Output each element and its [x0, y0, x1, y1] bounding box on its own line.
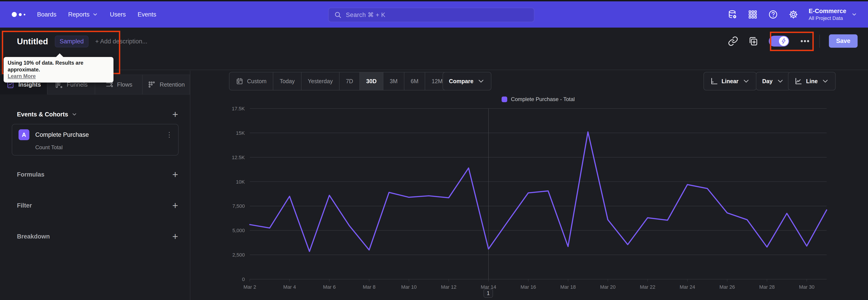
range-custom[interactable]: Custom [229, 72, 273, 90]
y-axis-tick-label: 7,500 [232, 203, 245, 209]
range-label: Yesterday [308, 78, 333, 85]
data-management-icon[interactable] [727, 9, 738, 20]
chevron-down-icon [776, 77, 784, 85]
chart-legend[interactable]: Complete Purchase - Total [250, 96, 827, 102]
x-axis-tick-label: Mar 8 [363, 284, 375, 290]
chevron-down-icon [477, 77, 485, 85]
tab-label: Flows [117, 81, 132, 88]
legend-swatch [502, 96, 507, 102]
x-axis-tick-label: Mar 2 [243, 284, 256, 290]
range-7d[interactable]: 7D [339, 72, 360, 90]
range-label: 6M [411, 78, 418, 85]
x-axis-tick-label: Mar 10 [401, 284, 416, 290]
copy-link-icon[interactable] [727, 36, 739, 47]
settings-gear-icon[interactable] [788, 9, 799, 20]
save-button[interactable]: Save [829, 34, 858, 48]
add-event-button[interactable]: + [172, 110, 178, 119]
range-3m[interactable]: 3M [383, 72, 404, 90]
x-axis-tick-label: Mar 18 [560, 284, 576, 290]
divider [819, 35, 820, 48]
project-name: E-Commerce [809, 7, 846, 15]
chart-pagination[interactable]: 1 [484, 289, 493, 298]
sampling-toggle[interactable] [769, 36, 789, 47]
interval-label: Day [762, 78, 773, 85]
events-cohorts-header[interactable]: Events & Cohorts [17, 111, 77, 118]
report-header: Untitled Sampled + Add description... [0, 28, 868, 70]
learn-more-link[interactable]: Learn More [8, 73, 36, 79]
mixpanel-logo-icon[interactable] [12, 12, 25, 17]
chevron-down-icon [851, 11, 857, 18]
nav-link-label: Reports [68, 11, 90, 18]
range-label: 12M [432, 78, 442, 85]
page-number: 1 [487, 290, 490, 296]
event-options-icon[interactable]: ⋮ [166, 133, 173, 137]
x-axis-tick-label: Mar 12 [441, 284, 456, 290]
top-nav: Boards Reports Users Events Search ⌘ + K [0, 1, 868, 28]
calendar-icon [236, 77, 243, 85]
add-filter-button[interactable]: + [172, 201, 178, 210]
nav-link-events[interactable]: Events [138, 11, 156, 18]
nav-link-label: Users [110, 11, 126, 18]
chevron-down-icon [71, 112, 77, 117]
series-line[interactable] [250, 132, 827, 251]
tab-label: Retention [160, 81, 185, 88]
search-icon [334, 11, 342, 19]
query-builder-sidebar: Insights Funnels Flows [0, 70, 190, 300]
nav-link-label: Events [138, 11, 156, 18]
nav-link-reports[interactable]: Reports [68, 11, 98, 18]
x-axis-tick-label: Mar 26 [719, 284, 735, 290]
range-label: 7D [346, 78, 353, 85]
search-placeholder: Search ⌘ + K [346, 11, 385, 19]
filter-section-label: Filter [17, 202, 32, 209]
chart-type-dropdown[interactable]: Line [788, 72, 836, 90]
range-30d[interactable]: 30D [360, 72, 383, 90]
search-input[interactable]: Search ⌘ + K [328, 8, 534, 22]
x-axis-tick-label: Mar 6 [323, 284, 336, 290]
events-cohorts-label: Events & Cohorts [17, 111, 68, 118]
app-window: Boards Reports Users Events Search ⌘ + K [0, 0, 868, 300]
scale-dropdown[interactable]: Linear [704, 72, 756, 90]
y-axis-tick-label: 12.5K [232, 155, 245, 160]
event-metric[interactable]: Count Total [35, 144, 63, 151]
x-axis-tick-label: Mar 4 [283, 284, 296, 290]
nav-link-users[interactable]: Users [110, 11, 126, 18]
x-axis-tick-label: Mar 28 [759, 284, 775, 290]
chart-type-label: Line [806, 78, 817, 85]
tab-retention[interactable]: Retention [143, 74, 190, 94]
more-options-icon[interactable] [800, 36, 810, 47]
sampled-badge[interactable]: Sampled [55, 36, 89, 47]
y-axis-tick-label: 5,000 [232, 228, 245, 233]
add-to-board-icon[interactable] [747, 36, 758, 47]
lightning-bolt-icon [780, 38, 787, 44]
date-range-control: Custom Today Yesterday 7D 30D 3M 6M 12M [229, 72, 450, 90]
project-selector[interactable]: E-Commerce All Project Data [809, 7, 857, 21]
event-series-badge: A [19, 129, 29, 140]
x-axis-tick-label: Mar 20 [600, 284, 616, 290]
chevron-down-icon [92, 11, 98, 18]
formulas-section-label: Formulas [17, 171, 44, 178]
report-title[interactable]: Untitled [17, 37, 48, 46]
y-axis-tick-label: 2,500 [232, 252, 245, 258]
range-today[interactable]: Today [273, 72, 301, 90]
range-yesterday[interactable]: Yesterday [301, 72, 339, 90]
add-formula-button[interactable]: + [172, 170, 178, 180]
event-name: Complete Purchase [35, 131, 166, 138]
apps-grid-icon[interactable] [747, 9, 758, 20]
add-description-field[interactable]: + Add description... [95, 38, 147, 45]
linear-axis-icon [710, 77, 718, 85]
x-axis-tick-label: Mar 24 [680, 284, 695, 290]
nav-link-label: Boards [37, 11, 57, 18]
interval-dropdown[interactable]: Day [756, 72, 791, 90]
chevron-down-icon [742, 77, 750, 85]
breakdown-section-label: Breakdown [17, 233, 50, 240]
y-axis-tick-label: 15K [236, 130, 245, 136]
compare-button[interactable]: Compare [442, 72, 491, 90]
y-axis-tick-label: 0 [242, 276, 245, 282]
chevron-down-icon [821, 77, 829, 85]
help-icon[interactable] [768, 9, 778, 20]
event-card[interactable]: A Complete Purchase ⋮ Count Total [12, 124, 179, 155]
add-breakdown-button[interactable]: + [172, 232, 178, 241]
range-6m[interactable]: 6M [404, 72, 425, 90]
range-label: Today [280, 78, 295, 85]
nav-link-boards[interactable]: Boards [37, 11, 57, 18]
